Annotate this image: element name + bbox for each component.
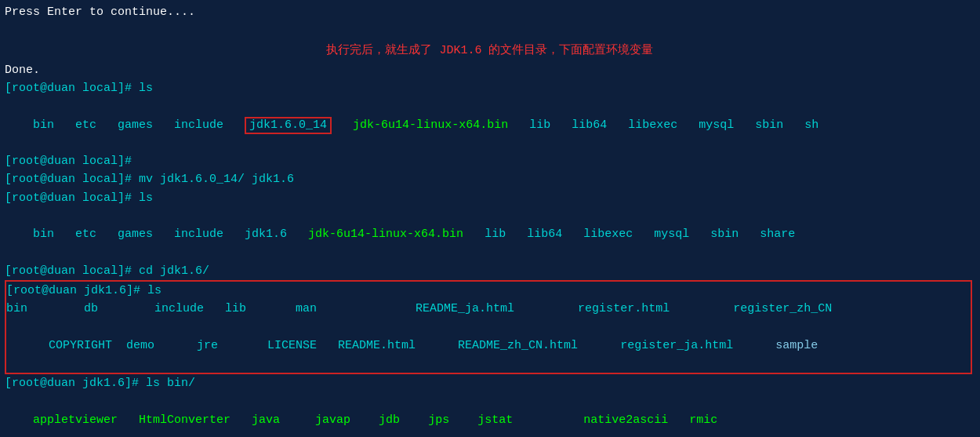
ls2-before: bin etc games include jdk1.6 [33,228,308,241]
prompt-ls1-line: [root@duan local]# ls [5,79,975,97]
bin-rmic: rmic [689,413,717,427]
sample-link: sample [775,339,818,352]
jdk-folder-boxed: jdk1.6.0_14 [245,117,332,134]
bin-appletviewer: appletviewer [33,413,139,427]
bin-htmlconverter: HtmlConverter [139,413,252,427]
bin-javap: javap [315,413,379,427]
prompt-cd-line: [root@duan local]# cd jdk1.6/ [5,262,975,280]
jdk-bin-green: jdk-6u14-linux-x64.bin [353,118,508,132]
bin-jstat: jstat [477,413,583,427]
ls2-jdk-bin: jdk-6u14-linux-x64.bin [308,228,463,241]
prompt-empty1-line: [root@duan local]# [5,152,975,170]
bin-jps: jps [428,413,477,427]
ls1-middle [332,118,353,132]
ls1-output-line: bin etc games include jdk1.6.0_14 jdk-6u… [5,97,975,152]
jdk16-ls-section: [root@duan jdk1.6]# ls bin db include li… [5,280,972,374]
bin-java: java [252,413,315,427]
prompt-ls2-line: [root@duan local]# ls [5,189,975,207]
prompt-mv-line: [root@duan local]# mv jdk1.6.0_14/ jdk1.… [5,170,975,188]
jdk-ls-row2-main: COPYRIGHT demo jre LICENSE README.html R… [49,339,775,352]
bin-native2ascii: native2ascii [583,413,689,427]
spacer-line [5,21,975,39]
jdk-ls-row1: bin db include lib man README_ja.html re… [6,300,971,318]
ls2-output-line: bin etc games include jdk1.6 jdk-6u14-li… [5,207,975,262]
terminal-window: Press Enter to continue.... 执行完后，就生成了 JD… [0,0,980,437]
done-line: Done. [5,61,975,79]
jdk-ls-row2: COPYRIGHT demo jre LICENSE README.html R… [6,318,971,373]
ls1-after: lib lib64 libexec mysql sbin sh [508,118,818,132]
bin-ls-row1: appletviewer HtmlConverter java javap jd… [5,392,975,437]
prompt-jdk-ls-line: [root@duan jdk1.6]# ls [6,282,971,300]
ls2-after: lib lib64 libexec mysql sbin share [463,228,795,241]
prompt-lsbin-line: [root@duan jdk1.6]# ls bin/ [5,374,975,392]
bin-jdb: jdb [379,413,428,427]
annotation-line: 执行完后，就生成了 JDK1.6 的文件目录，下面配置环境变量 [5,42,975,60]
ls1-before: bin etc games include [33,118,245,132]
press-enter-line: Press Enter to continue.... [5,3,975,21]
